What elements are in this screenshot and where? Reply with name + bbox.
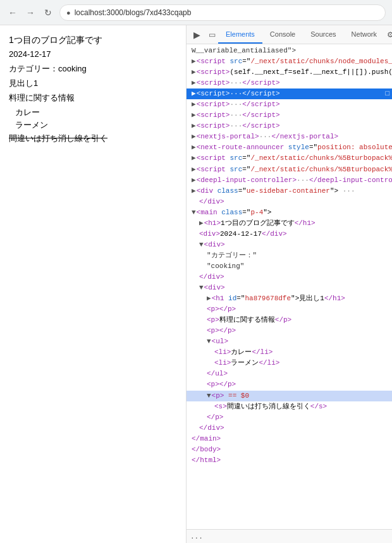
dom-line: ▼<div> — [187, 283, 392, 293]
dom-line: ▶<script>(self.__next_f=self.__next_f||[… — [187, 67, 392, 78]
dom-line: <p></p> — [187, 304, 392, 315]
dom-line: </p> — [187, 412, 392, 423]
reload-button[interactable]: ↻ — [42, 6, 54, 19]
dom-line: </div> — [187, 197, 392, 207]
tab-console[interactable]: Console — [262, 25, 303, 44]
lock-icon: ● — [66, 9, 71, 16]
dom-line-selected: ▼<p> == $0 — [187, 391, 392, 401]
dom-line: ▶<script src="/_next/static/chunks/node_… — [187, 56, 392, 67]
dom-line: </html> — [187, 455, 392, 466]
devtools-bottom-bar: ... — [187, 529, 392, 543]
address-bar[interactable]: ● localhost:3000/blogs/7xd433cqapb — [59, 4, 386, 21]
url-text: localhost:3000/blogs/7xd433cqapb — [75, 8, 192, 17]
list-item-2: ラーメン — [9, 119, 177, 132]
content-area: 1つ目のブログ記事です 2024-12-17 カテゴリー：cooking 見出し… — [0, 25, 392, 543]
dom-line: ▼<ul> — [187, 336, 392, 347]
blog-category: カテゴリー：cooking — [9, 63, 177, 76]
dom-line: </body> — [187, 444, 392, 455]
devtools-tabs: ▶ ▭ Elements Console Sources Network ⚙ ⋮… — [187, 25, 392, 44]
dom-line: ▶<div class="ue-sidebar-container"> ··· — [187, 186, 392, 197]
dom-line: </main> — [187, 434, 392, 444]
strikethrough-text: 間違いは打ち消し線を引く — [9, 132, 177, 145]
dom-line: ▶<h1>1つ目のブログ記事です</h1> — [187, 218, 392, 229]
tab-elements[interactable]: Elements — [218, 25, 262, 44]
dom-line: ▶<script src="/_next/static/chunks/%5Btu… — [187, 153, 392, 164]
dom-line: ▼<div> — [187, 240, 392, 250]
tab-sources[interactable]: Sources — [303, 25, 343, 44]
dom-line: ▶<script>···</script> — [187, 99, 392, 110]
inspect-icon[interactable]: ▶ — [190, 28, 203, 41]
dom-line: <li>ラーメン</li> — [187, 358, 392, 369]
dom-line: <p>料理に関する情報</p> — [187, 315, 392, 326]
dom-line: <p></p> — [187, 326, 392, 336]
dom-line: <p></p> — [187, 379, 392, 390]
dom-line: ▶<script src="/_next/static/chunks/%5Btu… — [187, 164, 392, 175]
dom-line: </div> — [187, 272, 392, 283]
dom-line: <s>間違いは打ち消し線を引く</s> — [187, 401, 392, 412]
dom-line: </ul> — [187, 369, 392, 379]
browser-toolbar: ← → ↻ ● localhost:3000/blogs/7xd433cqapb — [0, 0, 392, 25]
dom-line: ▶<h1 id="ha879678dfe">見出し1</h1> — [187, 293, 392, 304]
back-button[interactable]: ← — [6, 6, 19, 19]
dom-line-highlighted: ▶<script>···</script>□ — [187, 88, 392, 99]
blog-info: 料理に関する情報 — [9, 92, 177, 105]
blog-date: 2024-12-17 — [9, 48, 177, 61]
dom-line: ▶<deepl-input-controller>···</deepl-inpu… — [187, 175, 392, 186]
dom-line: "cooking" — [187, 261, 392, 272]
category-label: カテゴリー： — [9, 64, 58, 73]
dom-line: <li>カレー</li> — [187, 347, 392, 358]
dom-line: ▶<nextjs-portal>···</nextjs-portal> — [187, 131, 392, 142]
webpage-panel: 1つ目のブログ記事です 2024-12-17 カテゴリー：cooking 見出し… — [0, 25, 187, 543]
dom-line: "カテゴリー：" — [187, 250, 392, 261]
blog-heading: 見出し1 — [9, 77, 177, 90]
dom-line: ▶<script>···</script> — [187, 78, 392, 88]
dom-line: W__variable_antialiased"> — [187, 46, 392, 56]
dom-line: ▶<script>···</script> — [187, 110, 392, 121]
dom-line: </div> — [187, 423, 392, 434]
dom-line: <div>2024-12-17</div> — [187, 229, 392, 240]
dom-breadcrumb: ... — [190, 533, 203, 540]
device-icon[interactable]: ▭ — [205, 28, 218, 41]
tab-network[interactable]: Network — [344, 25, 384, 44]
dom-line: ▶<next-route-announcer style="position: … — [187, 142, 392, 153]
devtools-panel: ▶ ▭ Elements Console Sources Network ⚙ ⋮… — [187, 25, 392, 543]
list-item-1: カレー — [9, 106, 177, 119]
blog-title: 1つ目のブログ記事です — [9, 33, 177, 47]
forward-button[interactable]: → — [24, 6, 37, 19]
category-value: cooking — [58, 64, 87, 73]
dom-line: ▶<script>···</script> — [187, 121, 392, 131]
dom-line: ▼<main class="p-4"> — [187, 207, 392, 218]
settings-icon[interactable]: ⚙ — [384, 28, 392, 41]
devtools-content[interactable]: W__variable_antialiased"> ▶<script src="… — [187, 44, 392, 529]
